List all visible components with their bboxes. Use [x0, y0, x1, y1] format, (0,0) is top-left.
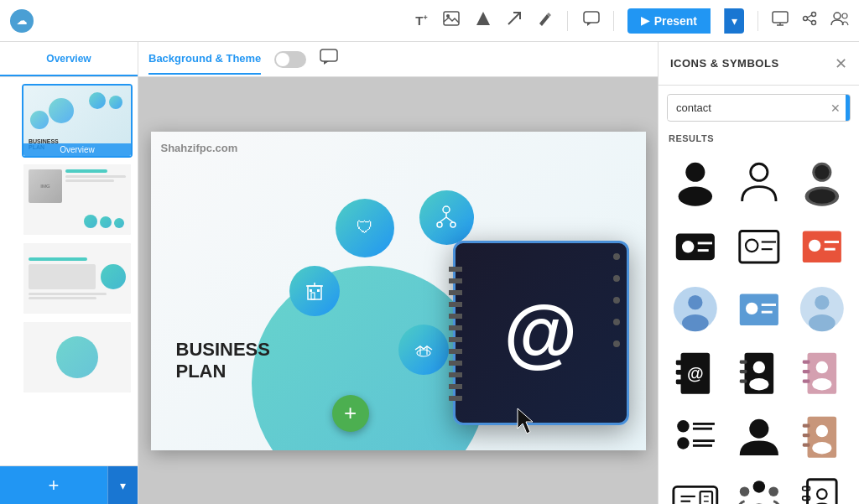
svg-marker-2 — [476, 12, 490, 25]
image-icon[interactable] — [443, 11, 460, 30]
svg-point-97 — [752, 481, 764, 493]
svg-point-37 — [815, 165, 830, 179]
icon-contact-card-2[interactable] — [729, 216, 789, 276]
panel-close-button[interactable]: ✕ — [835, 55, 847, 73]
text-plus-icon[interactable]: T+ — [415, 13, 427, 28]
slide-thumb-4 — [23, 322, 131, 392]
icon-contact-card[interactable] — [665, 216, 726, 276]
slide-thumb-content-4 — [23, 322, 131, 392]
icon-contact-book-brown[interactable] — [792, 406, 852, 466]
svg-point-78 — [677, 420, 689, 432]
svg-point-13 — [834, 13, 841, 19]
icon-person-silhouette[interactable] — [729, 406, 789, 466]
icons-grid: @ — [659, 148, 859, 504]
svg-point-98 — [739, 487, 749, 497]
add-green-button[interactable]: + — [332, 395, 369, 432]
icon-person-circle-blue[interactable] — [665, 278, 726, 339]
at-symbol: @ — [504, 295, 578, 371]
pen-icon[interactable] — [537, 11, 552, 30]
chat-bubble-icon[interactable] — [320, 49, 338, 70]
slide-wrapper-4: 3 — [5, 320, 133, 394]
svg-point-53 — [682, 314, 709, 331]
icon-contact-book-pink[interactable] — [792, 342, 852, 403]
icon-people-list[interactable] — [665, 406, 726, 466]
slide-item-1[interactable]: BUSINESSPLAN Overview — [22, 84, 133, 158]
slide-circle-org — [419, 190, 474, 245]
slide-wrapper-2: 1 IMG — [5, 163, 133, 236]
shape-icon[interactable] — [475, 10, 492, 31]
contact-book-overlay[interactable]: @ — [453, 241, 629, 425]
svg-rect-69 — [739, 380, 747, 383]
slide-thumb-content-2: IMG — [23, 164, 131, 235]
svg-point-21 — [450, 222, 456, 227]
icon-person-circle-light[interactable] — [792, 278, 852, 339]
icon-person-solid[interactable] — [665, 152, 726, 212]
sidebar-tabs: Overview — [0, 42, 138, 77]
icon-person-card-blue[interactable] — [729, 278, 789, 339]
svg-point-90 — [813, 442, 832, 454]
toggle-switch[interactable] — [274, 51, 306, 68]
add-slide-dropdown-button[interactable]: ▾ — [107, 466, 138, 504]
svg-rect-47 — [803, 231, 841, 262]
icon-person-outline[interactable] — [729, 152, 789, 212]
svg-rect-25 — [317, 289, 320, 292]
users-icon[interactable] — [830, 11, 849, 30]
mini-circles — [89, 92, 122, 109]
svg-point-105 — [817, 490, 827, 500]
cursor-arrow — [514, 405, 541, 442]
svg-point-76 — [816, 361, 828, 373]
svg-point-52 — [688, 295, 702, 309]
svg-line-11 — [807, 19, 811, 22]
present-dropdown-button[interactable]: ▾ — [724, 8, 744, 34]
present-button[interactable]: ▶ Present — [627, 8, 711, 34]
svg-point-16 — [443, 206, 450, 213]
sidebar-tab-overview[interactable]: Overview — [0, 42, 138, 76]
slide-item-3[interactable] — [22, 242, 133, 315]
svg-rect-39 — [676, 233, 715, 260]
chat-icon[interactable] — [583, 11, 600, 30]
slide-canvas: Shahzifpc.com 🛡 — [151, 132, 646, 450]
share-icon[interactable] — [802, 11, 817, 30]
svg-rect-88 — [803, 443, 810, 446]
search-clear-button[interactable]: ✕ — [825, 101, 846, 115]
svg-rect-94 — [700, 492, 712, 504]
svg-point-38 — [809, 189, 836, 203]
panel-header: ICONS & SYMBOLS ✕ — [659, 42, 859, 86]
svg-rect-64 — [676, 380, 684, 385]
svg-rect-54 — [739, 294, 778, 325]
add-slide-button[interactable]: + — [0, 466, 107, 504]
icon-contact-card-orange[interactable] — [792, 216, 852, 276]
icon-person-group[interactable] — [729, 469, 789, 504]
slide-thumb-2: IMG — [23, 164, 131, 235]
svg-point-89 — [816, 425, 828, 437]
svg-rect-73 — [803, 360, 810, 363]
results-label: RESULTS — [659, 130, 859, 148]
search-button[interactable] — [846, 95, 851, 121]
svg-line-18 — [440, 217, 446, 222]
svg-line-12 — [807, 15, 811, 18]
svg-point-33 — [679, 187, 712, 206]
svg-point-32 — [685, 163, 705, 182]
icon-address-book-2[interactable] — [792, 469, 852, 504]
mini-circle-3 — [49, 98, 74, 123]
monitor-icon[interactable] — [772, 11, 789, 30]
search-input[interactable] — [668, 96, 825, 120]
icon-address-book[interactable]: @ — [665, 342, 726, 403]
icon-person-shadow[interactable] — [792, 152, 852, 212]
add-slide-bar: + ▾ — [0, 465, 138, 504]
arrow-icon[interactable] — [507, 11, 522, 30]
icon-contact-book-person[interactable] — [729, 342, 789, 403]
svg-marker-29 — [518, 408, 533, 434]
tab-background-theme[interactable]: Background & Theme — [148, 44, 261, 75]
svg-point-40 — [682, 241, 694, 252]
toolbar-icons: T+ — [415, 10, 599, 31]
svg-point-20 — [437, 222, 442, 227]
svg-rect-101 — [808, 480, 837, 504]
top-toolbar: ☁ T+ ▶ Present ▾ — [0, 0, 859, 42]
icon-business-card[interactable] — [665, 469, 726, 504]
notebook-rings — [613, 253, 620, 347]
slide-item-2[interactable]: IMG — [22, 163, 133, 236]
svg-point-9 — [804, 17, 808, 21]
shield-icon: 🛡 — [357, 218, 373, 237]
slide-item-4[interactable] — [22, 320, 133, 394]
